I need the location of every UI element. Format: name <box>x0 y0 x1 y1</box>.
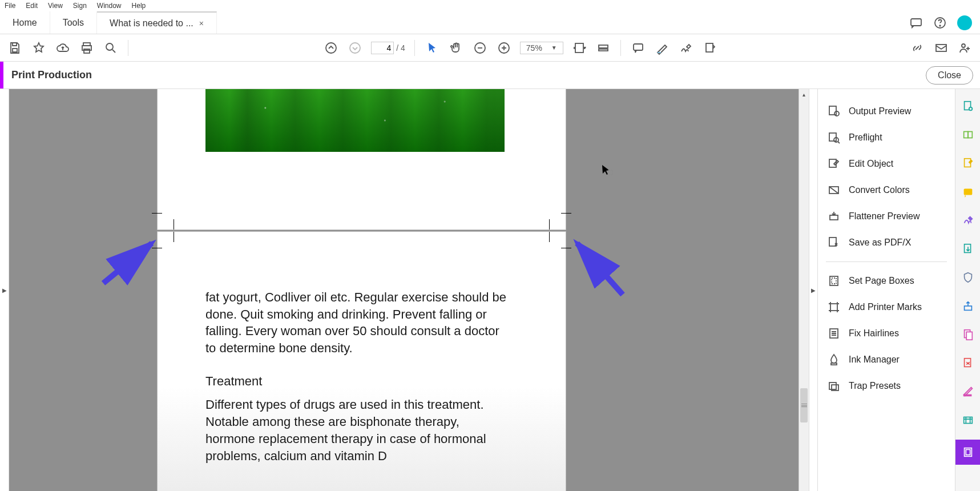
edit-pdf-icon[interactable] <box>961 156 975 170</box>
sidebar-item-convert-colors[interactable]: Convert Colors <box>821 177 951 203</box>
share-people-icon[interactable] <box>957 40 973 56</box>
document-text: fat yogurt, Codliver oil etc. Regular ex… <box>205 289 509 480</box>
sidebar-item-label: Flattener Preview <box>849 211 920 222</box>
main-area: ▶ fat yogurt, Codliver oil etc. Reg <box>0 89 980 491</box>
page-up-icon[interactable] <box>323 40 339 56</box>
notifications-icon[interactable] <box>909 16 923 30</box>
create-pdf-icon[interactable] <box>961 99 975 113</box>
close-tab-icon[interactable]: × <box>199 19 204 28</box>
svg-rect-46 <box>966 332 972 340</box>
tab-home[interactable]: Home <box>0 11 50 34</box>
sidebar-separator <box>826 261 947 262</box>
svg-rect-34 <box>831 363 837 365</box>
sidebar-item-add-printer-marks[interactable]: Add Printer Marks <box>821 294 951 320</box>
sidebar-item-trap-presets[interactable]: Trap Presets <box>821 373 951 399</box>
crop-mark <box>561 213 571 214</box>
export-pdf-icon[interactable] <box>961 242 975 256</box>
toolbar: / 4 75% ▼ ▾ <box>0 34 980 62</box>
pan-hand-icon[interactable] <box>448 40 464 56</box>
share-email-icon[interactable] <box>933 40 949 56</box>
trap-presets-icon <box>827 379 841 393</box>
print-icon[interactable] <box>79 40 95 56</box>
svg-rect-44 <box>964 306 971 310</box>
arrow-cursor-icon[interactable] <box>424 40 440 56</box>
zoom-out-icon[interactable] <box>472 40 488 56</box>
svg-rect-40 <box>968 132 972 138</box>
svg-rect-39 <box>963 132 967 138</box>
sticky-note-icon[interactable] <box>961 185 975 199</box>
star-icon[interactable] <box>31 40 47 56</box>
print-production-header: Print Production Close <box>0 62 980 89</box>
page-boxes-icon <box>827 274 841 288</box>
search-icon[interactable] <box>103 40 119 56</box>
combine-files-icon[interactable] <box>961 128 975 142</box>
chevron-right-icon: ▶ <box>2 287 7 293</box>
right-nav-handle[interactable]: ▶ <box>809 89 818 491</box>
share-icon[interactable] <box>961 299 975 313</box>
menu-window[interactable]: Window <box>97 2 122 10</box>
sidebar-item-label: Save as PDF/X <box>849 238 911 248</box>
menu-help[interactable]: Help <box>132 2 146 10</box>
svg-point-7 <box>106 43 113 50</box>
close-panel-button[interactable]: Close <box>926 66 973 84</box>
crop-mark <box>549 219 550 230</box>
page-current-input[interactable] <box>371 42 394 54</box>
svg-rect-43 <box>964 244 970 253</box>
protect-icon[interactable] <box>961 271 975 284</box>
fit-width-icon[interactable]: ▾ <box>571 40 587 56</box>
scroll-mode-icon[interactable] <box>595 40 611 56</box>
sidebar-item-edit-object[interactable]: Edit Object <box>821 151 951 177</box>
sidebar-item-label: Trap Presets <box>849 381 901 391</box>
sidebar-item-flattener-preview[interactable]: Flattener Preview <box>821 203 951 230</box>
sidebar-item-label: Convert Colors <box>849 185 910 195</box>
svg-rect-6 <box>84 49 90 53</box>
zoom-select[interactable]: 75% ▼ <box>520 42 563 54</box>
page-down-icon[interactable] <box>347 40 363 56</box>
sidebar-item-set-page-boxes[interactable]: Set Page Boxes <box>821 268 951 294</box>
print-production-tool-icon[interactable] <box>955 440 981 465</box>
mouse-cursor <box>600 163 614 177</box>
sidebar-item-save-pdfx[interactable]: Save as PDF/X <box>821 230 951 256</box>
convert-colors-icon <box>827 183 841 197</box>
sidebar-item-fix-hairlines[interactable]: Fix Hairlines <box>821 320 951 347</box>
compress-icon[interactable] <box>961 356 975 370</box>
tab-tools[interactable]: Tools <box>50 11 97 34</box>
document-page-3 <box>158 89 566 230</box>
avatar[interactable] <box>957 15 972 30</box>
menu-file[interactable]: File <box>5 2 15 10</box>
tab-document[interactable]: What is needed to ... × <box>97 11 217 34</box>
svg-rect-15 <box>634 44 643 50</box>
organize-pages-icon[interactable] <box>961 328 975 341</box>
link-icon[interactable] <box>909 40 925 56</box>
paragraph: fat yogurt, Codliver oil etc. Regular ex… <box>205 289 509 357</box>
save-icon[interactable] <box>7 40 23 56</box>
cloud-upload-icon[interactable] <box>55 40 71 56</box>
menu-view[interactable]: View <box>48 2 63 10</box>
document-viewport[interactable]: fat yogurt, Codliver oil etc. Regular ex… <box>9 89 809 491</box>
zoom-in-icon[interactable] <box>496 40 512 56</box>
svg-rect-14 <box>599 49 608 51</box>
sidebar-item-preflight[interactable]: Preflight <box>821 124 951 151</box>
menu-sign[interactable]: Sign <box>73 2 87 10</box>
page-total-label: / 4 <box>396 43 405 53</box>
fill-sign-icon[interactable] <box>961 214 975 227</box>
stamp-icon[interactable] <box>702 40 718 56</box>
page-indicator: / 4 <box>371 42 405 54</box>
sidebar-item-ink-manager[interactable]: Ink Manager <box>821 347 951 373</box>
svg-rect-35 <box>829 383 836 389</box>
sign-icon[interactable] <box>678 40 694 56</box>
redact-icon[interactable] <box>961 385 975 399</box>
svg-rect-48 <box>963 395 971 396</box>
svg-rect-32 <box>830 304 837 311</box>
annotation-arrow-left <box>98 238 160 289</box>
sidebar-item-output-preview[interactable]: Output Preview <box>821 98 951 124</box>
scroll-up-icon[interactable]: ▴ <box>799 89 809 99</box>
left-nav-handle[interactable]: ▶ <box>0 89 9 491</box>
menu-edit[interactable]: Edit <box>26 2 38 10</box>
comment-icon[interactable] <box>630 40 646 56</box>
help-icon[interactable] <box>933 16 947 30</box>
media-icon[interactable] <box>961 413 975 427</box>
highlight-icon[interactable] <box>654 40 670 56</box>
scrollbar-thumb[interactable] <box>800 388 808 422</box>
vertical-scrollbar[interactable]: ▴ <box>798 89 809 491</box>
